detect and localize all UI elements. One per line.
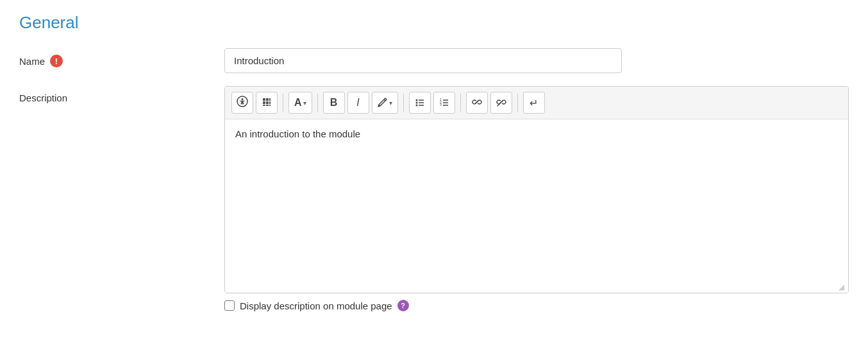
enter-button[interactable]: ↵	[523, 92, 545, 114]
numbered-list-button[interactable]: 1 2 3	[433, 92, 455, 114]
svg-point-11	[415, 99, 417, 101]
svg-text:3: 3	[440, 103, 442, 107]
svg-point-1	[242, 98, 244, 100]
svg-rect-2	[263, 98, 265, 101]
name-row: Name !	[19, 48, 849, 73]
font-size-label: A	[294, 97, 302, 108]
numbered-list-icon: 1 2 3	[439, 97, 449, 109]
separator-5	[517, 94, 518, 112]
svg-point-12	[415, 101, 417, 103]
pen-icon	[378, 97, 388, 109]
name-label: Name !	[19, 48, 224, 67]
font-size-chevron: ▾	[303, 99, 306, 107]
svg-rect-8	[263, 105, 265, 106]
link-button[interactable]	[466, 92, 488, 114]
bullet-list-button[interactable]	[409, 92, 431, 114]
svg-rect-10	[269, 105, 271, 106]
accessibility-button[interactable]	[231, 92, 253, 114]
link-icon	[472, 97, 482, 109]
name-field	[224, 48, 849, 73]
help-icon[interactable]: ?	[397, 300, 409, 311]
description-editor: A ▾ B I ▾	[224, 86, 849, 293]
svg-rect-6	[266, 101, 269, 104]
separator-2	[317, 94, 318, 112]
bullet-list-icon	[415, 97, 425, 109]
editor-content[interactable]: An introduction to the module	[225, 119, 848, 293]
separator-1	[283, 94, 283, 112]
unlink-icon	[496, 97, 506, 109]
display-description-row: Display description on module page ?	[224, 300, 849, 311]
svg-line-23	[497, 104, 499, 106]
unlink-button[interactable]	[490, 92, 512, 114]
name-error-icon: !	[50, 55, 63, 67]
svg-rect-4	[269, 98, 271, 101]
name-input[interactable]	[224, 48, 622, 73]
grid-icon	[262, 97, 272, 109]
svg-rect-5	[263, 101, 265, 104]
italic-button[interactable]: I	[347, 92, 369, 114]
separator-4	[460, 94, 461, 112]
editor-toolbar: A ▾ B I ▾	[225, 87, 848, 119]
description-row: Description	[19, 86, 849, 311]
svg-point-13	[415, 104, 417, 106]
grid-button[interactable]	[256, 92, 278, 114]
resize-handle[interactable]: ◢	[839, 283, 846, 291]
description-label: Description	[19, 86, 224, 103]
svg-rect-3	[266, 98, 269, 101]
page-title: General	[19, 13, 849, 33]
svg-rect-9	[266, 105, 269, 106]
bold-button[interactable]: B	[323, 92, 345, 114]
editor-wrapper: An introduction to the module ◢	[225, 119, 848, 293]
separator-3	[403, 94, 404, 112]
enter-icon: ↵	[530, 97, 538, 109]
font-size-dropdown[interactable]: A ▾	[288, 92, 312, 114]
description-field: A ▾ B I ▾	[224, 86, 849, 311]
general-form: Name ! Description	[19, 48, 849, 311]
accessibility-icon	[237, 96, 248, 110]
display-description-label: Display description on module page	[240, 300, 392, 311]
pen-chevron: ▾	[389, 99, 392, 107]
display-description-checkbox[interactable]	[224, 300, 235, 311]
svg-rect-7	[269, 101, 271, 104]
pen-dropdown[interactable]: ▾	[372, 92, 398, 114]
